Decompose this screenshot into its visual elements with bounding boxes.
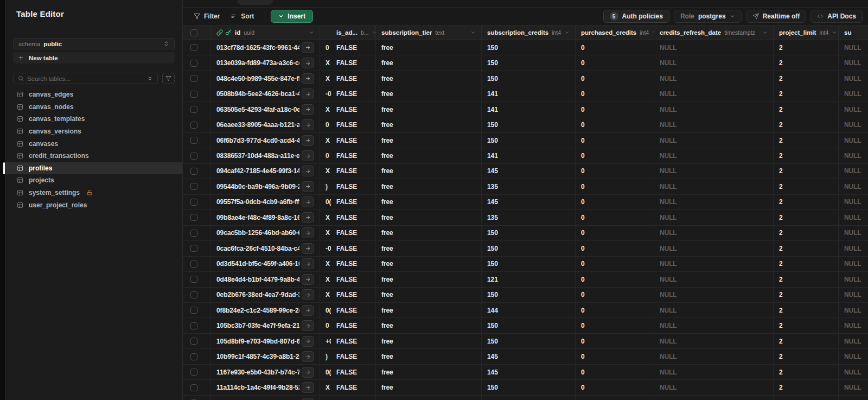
cell-project-limit[interactable]: 2: [774, 272, 839, 287]
expand-row-button[interactable]: [302, 398, 314, 400]
cell-credits-refresh-date[interactable]: NULL: [654, 195, 774, 209]
cell-credits-refresh-date[interactable]: NULL: [654, 148, 774, 163]
cell-credits-refresh-date[interactable]: NULL: [654, 380, 774, 395]
cell-credits-refresh-date[interactable]: NULL: [654, 179, 774, 194]
cell-project-limit[interactable]: 2: [774, 380, 839, 395]
cell-credits-refresh-date[interactable]: NULL: [654, 365, 774, 379]
cell-clipped[interactable]: 0: [320, 117, 331, 132]
column-header-project-limit[interactable]: project_limit int4: [774, 26, 839, 40]
insert-button[interactable]: Insert: [271, 10, 313, 23]
cell-is-admin[interactable]: FALSE: [331, 195, 376, 209]
row-checkbox[interactable]: [190, 153, 197, 160]
sidebar-table-item[interactable]: canvases: [5, 137, 182, 150]
cell-clipped[interactable]: X: [320, 55, 331, 70]
chevron-down-icon[interactable]: [470, 30, 476, 35]
cell-subscription-tier[interactable]: free: [376, 195, 482, 209]
cell-subscription-credits[interactable]: [482, 396, 576, 400]
cell-credits-refresh-date[interactable]: NULL: [654, 40, 774, 55]
cell-id[interactable]: 094caf42-7185-4e45-99f3-14abee...: [211, 164, 320, 179]
cell-is-admin[interactable]: FALSE: [331, 257, 376, 271]
cell-id[interactable]: 0eb2b676-38ed-4ea7-9dad-38e6...: [211, 288, 320, 302]
cell-purchased-credits[interactable]: 0: [576, 288, 654, 302]
cell-subscription-tier[interactable]: free: [376, 40, 482, 55]
cell-subscription-tier[interactable]: [376, 396, 482, 400]
cell-credits-refresh-date[interactable]: NULL: [654, 226, 774, 240]
cell-project-limit[interactable]: 2: [774, 40, 839, 55]
cell-id[interactable]: [211, 396, 320, 400]
search-tables-box[interactable]: [13, 73, 158, 84]
cell-subscription-tier[interactable]: free: [376, 334, 482, 348]
expand-row-button[interactable]: [302, 73, 314, 84]
cell-project-limit[interactable]: [774, 396, 839, 400]
cell-purchased-credits[interactable]: 0: [576, 226, 654, 240]
select-all-checkbox[interactable]: [190, 29, 197, 36]
cell-subscription-credits[interactable]: 141: [482, 86, 576, 101]
row-checkbox[interactable]: [190, 245, 197, 252]
row-checkbox[interactable]: [190, 307, 197, 314]
expand-row-button[interactable]: [302, 104, 314, 115]
cell-subscription-tier[interactable]: free: [376, 148, 482, 163]
cell-project-limit[interactable]: 2: [774, 148, 839, 163]
cell-project-limit[interactable]: 2: [774, 303, 839, 318]
cell-project-limit[interactable]: 2: [774, 318, 839, 333]
cell-subscription-credits[interactable]: 150: [482, 226, 576, 240]
cell-clipped[interactable]: X: [320, 102, 331, 117]
cell-project-limit[interactable]: 2: [774, 164, 839, 179]
cell-purchased-credits[interactable]: 0: [576, 164, 654, 179]
sidebar-table-item[interactable]: canvas_templates: [5, 113, 182, 125]
cell-project-limit[interactable]: 2: [774, 349, 839, 364]
cell-credits-refresh-date[interactable]: NULL: [654, 349, 774, 364]
cell-su[interactable]: NULL: [839, 164, 868, 179]
column-header-subscription-credits[interactable]: subscription_credits int4: [482, 26, 576, 40]
cell-clipped[interactable]: -0: [320, 86, 331, 101]
cell-subscription-credits[interactable]: 150: [482, 318, 576, 333]
cell-is-admin[interactable]: [331, 396, 376, 400]
cell-su[interactable]: NULL: [839, 102, 868, 117]
cell-project-limit[interactable]: 2: [774, 210, 839, 225]
cell-subscription-credits[interactable]: 150: [482, 334, 576, 348]
cell-subscription-credits[interactable]: 150: [482, 71, 576, 86]
cell-purchased-credits[interactable]: 0: [576, 303, 654, 318]
cell-is-admin[interactable]: FALSE: [331, 241, 376, 256]
expand-row-button[interactable]: [302, 88, 314, 99]
expand-row-button[interactable]: [302, 135, 314, 146]
cell-id[interactable]: 09544b0c-ba9b-496a-9b09-244...: [211, 179, 320, 194]
cell-clipped[interactable]: X: [320, 210, 331, 225]
cell-credits-refresh-date[interactable]: NULL: [654, 210, 774, 225]
chevron-down-icon[interactable]: [762, 30, 768, 35]
cell-subscription-tier[interactable]: free: [376, 86, 482, 101]
cell-purchased-credits[interactable]: 0: [576, 272, 654, 287]
cell-clipped[interactable]: X: [320, 71, 331, 86]
column-header-clipped[interactable]: [320, 26, 331, 40]
row-checkbox[interactable]: [190, 214, 197, 221]
cell-project-limit[interactable]: 2: [774, 288, 839, 302]
cell-clipped[interactable]: 0(: [320, 195, 331, 209]
cell-is-admin[interactable]: FALSE: [331, 365, 376, 379]
new-table-button[interactable]: New table: [13, 52, 175, 64]
cell-id[interactable]: 06f6b7d3-977d-4cd0-acd4-4a78...: [211, 133, 320, 148]
column-header-credits-refresh-date[interactable]: credits_refresh_date timestamptz: [654, 26, 774, 40]
cell-su[interactable]: NULL: [839, 71, 868, 86]
row-checkbox[interactable]: [190, 276, 197, 283]
cell-su[interactable]: NULL: [839, 179, 868, 194]
cell-project-limit[interactable]: 2: [774, 226, 839, 240]
cell-su[interactable]: NULL: [839, 40, 868, 55]
cell-subscription-credits[interactable]: 150: [482, 380, 576, 395]
expand-row-button[interactable]: [302, 212, 314, 223]
cell-id[interactable]: 09b8ae4e-f48c-4f89-8a8c-1629b...: [211, 210, 320, 225]
cell-project-limit[interactable]: 2: [774, 334, 839, 348]
sidebar-table-item[interactable]: profiles: [5, 162, 182, 175]
cell-su[interactable]: NULL: [839, 365, 868, 379]
row-checkbox[interactable]: [190, 353, 197, 360]
cell-subscription-credits[interactable]: 135: [482, 210, 576, 225]
sidebar-table-item[interactable]: canvas_versions: [5, 125, 182, 138]
cell-purchased-credits[interactable]: 0: [576, 195, 654, 209]
expand-row-button[interactable]: [302, 42, 314, 53]
cell-id[interactable]: 09557f5a-0dcb-4cb9-a6fb-fff366...: [211, 195, 320, 209]
sidebar-table-item[interactable]: credit_transactions: [5, 150, 182, 162]
cell-clipped[interactable]: [320, 396, 331, 400]
cell-id[interactable]: 063505e5-4293-4faf-a18c-0e65b...: [211, 102, 320, 117]
cell-clipped[interactable]: ): [320, 179, 331, 194]
cell-clipped[interactable]: X: [320, 226, 331, 240]
cell-id[interactable]: 0d48e4d4-b1bf-4479-9a8b-4a4b...: [211, 272, 320, 287]
